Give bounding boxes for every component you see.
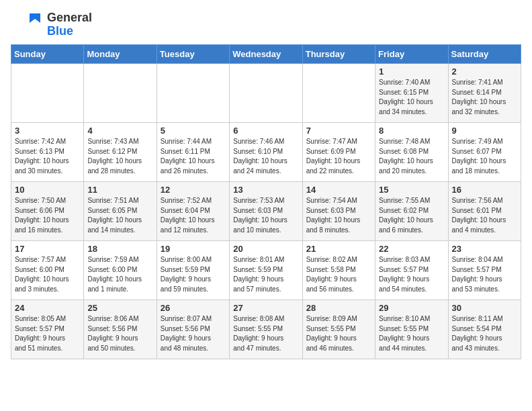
calendar-cell: 29Sunrise: 8:10 AM Sunset: 5:55 PM Dayli… (375, 300, 448, 359)
calendar-week-row: 24Sunrise: 8:05 AM Sunset: 5:57 PM Dayli… (11, 300, 521, 359)
day-info: Sunrise: 7:48 AM Sunset: 6:08 PM Dayligh… (379, 137, 444, 176)
calendar-week-row: 1Sunrise: 7:40 AM Sunset: 6:15 PM Daylig… (11, 64, 521, 123)
calendar-cell: 3Sunrise: 7:42 AM Sunset: 6:13 PM Daylig… (11, 123, 84, 182)
calendar-cell: 23Sunrise: 8:04 AM Sunset: 5:57 PM Dayli… (448, 241, 521, 300)
calendar-week-row: 3Sunrise: 7:42 AM Sunset: 6:13 PM Daylig… (11, 123, 521, 182)
calendar-cell: 12Sunrise: 7:52 AM Sunset: 6:04 PM Dayli… (157, 182, 229, 241)
weekday-header: Sunday (11, 45, 84, 64)
day-number: 3 (15, 126, 80, 136)
day-number: 2 (452, 66, 517, 77)
day-info: Sunrise: 7:41 AM Sunset: 6:14 PM Dayligh… (452, 78, 517, 117)
calendar-cell: 11Sunrise: 7:51 AM Sunset: 6:05 PM Dayli… (84, 182, 157, 241)
calendar-cell: 22Sunrise: 8:03 AM Sunset: 5:57 PM Dayli… (375, 241, 448, 300)
day-number: 14 (306, 185, 371, 195)
day-number: 15 (379, 185, 444, 195)
day-number: 23 (452, 244, 517, 254)
logo-text: GeneralBlue (47, 11, 92, 38)
day-info: Sunrise: 7:54 AM Sunset: 6:03 PM Dayligh… (306, 196, 371, 235)
calendar-cell: 6Sunrise: 7:46 AM Sunset: 6:10 PM Daylig… (230, 123, 302, 182)
calendar-cell: 9Sunrise: 7:49 AM Sunset: 6:07 PM Daylig… (448, 123, 521, 182)
day-info: Sunrise: 8:08 AM Sunset: 5:55 PM Dayligh… (233, 314, 298, 353)
calendar-cell: 5Sunrise: 7:44 AM Sunset: 6:11 PM Daylig… (157, 123, 229, 182)
calendar-cell (84, 64, 157, 123)
calendar-cell: 18Sunrise: 7:59 AM Sunset: 6:00 PM Dayli… (84, 241, 157, 300)
day-info: Sunrise: 8:02 AM Sunset: 5:58 PM Dayligh… (306, 255, 371, 294)
day-number: 11 (87, 185, 152, 195)
calendar-cell: 2Sunrise: 7:41 AM Sunset: 6:14 PM Daylig… (448, 64, 521, 123)
weekday-header: Saturday (448, 45, 521, 64)
day-number: 22 (379, 244, 444, 254)
calendar-cell: 24Sunrise: 8:05 AM Sunset: 5:57 PM Dayli… (11, 300, 84, 359)
day-number: 9 (452, 126, 517, 136)
logo-svg (11, 11, 44, 39)
calendar-cell: 19Sunrise: 8:00 AM Sunset: 5:59 PM Dayli… (157, 241, 229, 300)
weekday-header-row: SundayMondayTuesdayWednesdayThursdayFrid… (11, 45, 521, 64)
calendar-cell: 14Sunrise: 7:54 AM Sunset: 6:03 PM Dayli… (302, 182, 375, 241)
day-info: Sunrise: 7:53 AM Sunset: 6:03 PM Dayligh… (233, 196, 298, 235)
day-number: 25 (87, 303, 152, 313)
calendar-cell: 27Sunrise: 8:08 AM Sunset: 5:55 PM Dayli… (230, 300, 302, 359)
calendar-cell (11, 64, 84, 123)
calendar-cell: 1Sunrise: 7:40 AM Sunset: 6:15 PM Daylig… (375, 64, 448, 123)
day-number: 5 (161, 126, 226, 136)
calendar-cell: 28Sunrise: 8:09 AM Sunset: 5:55 PM Dayli… (302, 300, 375, 359)
calendar-cell: 8Sunrise: 7:48 AM Sunset: 6:08 PM Daylig… (375, 123, 448, 182)
day-number: 30 (452, 303, 517, 313)
day-number: 29 (379, 303, 444, 313)
calendar-cell: 17Sunrise: 7:57 AM Sunset: 6:00 PM Dayli… (11, 241, 84, 300)
calendar-cell (230, 64, 302, 123)
logo: GeneralBlue (11, 11, 92, 39)
day-number: 18 (87, 244, 152, 254)
calendar-cell (302, 64, 375, 123)
day-number: 4 (87, 126, 152, 136)
day-info: Sunrise: 7:44 AM Sunset: 6:11 PM Dayligh… (161, 137, 226, 176)
day-info: Sunrise: 7:40 AM Sunset: 6:15 PM Dayligh… (379, 78, 444, 117)
day-info: Sunrise: 8:09 AM Sunset: 5:55 PM Dayligh… (306, 314, 371, 353)
calendar-cell: 4Sunrise: 7:43 AM Sunset: 6:12 PM Daylig… (84, 123, 157, 182)
day-info: Sunrise: 7:42 AM Sunset: 6:13 PM Dayligh… (15, 137, 80, 176)
day-info: Sunrise: 8:03 AM Sunset: 5:57 PM Dayligh… (379, 255, 444, 294)
day-number: 12 (161, 185, 226, 195)
day-info: Sunrise: 7:55 AM Sunset: 6:02 PM Dayligh… (379, 196, 444, 235)
day-info: Sunrise: 8:11 AM Sunset: 5:54 PM Dayligh… (452, 314, 517, 353)
day-info: Sunrise: 8:00 AM Sunset: 5:59 PM Dayligh… (161, 255, 226, 294)
day-info: Sunrise: 8:10 AM Sunset: 5:55 PM Dayligh… (379, 314, 444, 353)
day-number: 28 (306, 303, 371, 313)
calendar-week-row: 10Sunrise: 7:50 AM Sunset: 6:06 PM Dayli… (11, 182, 521, 241)
day-info: Sunrise: 8:07 AM Sunset: 5:56 PM Dayligh… (161, 314, 226, 353)
day-number: 27 (233, 303, 298, 313)
calendar-cell: 20Sunrise: 8:01 AM Sunset: 5:59 PM Dayli… (230, 241, 302, 300)
day-number: 8 (379, 126, 444, 136)
day-number: 7 (306, 126, 371, 136)
day-info: Sunrise: 7:47 AM Sunset: 6:09 PM Dayligh… (306, 137, 371, 176)
calendar-cell: 15Sunrise: 7:55 AM Sunset: 6:02 PM Dayli… (375, 182, 448, 241)
day-number: 20 (233, 244, 298, 254)
day-number: 26 (161, 303, 226, 313)
day-info: Sunrise: 7:51 AM Sunset: 6:05 PM Dayligh… (87, 196, 152, 235)
day-info: Sunrise: 8:06 AM Sunset: 5:56 PM Dayligh… (87, 314, 152, 353)
weekday-header: Monday (84, 45, 157, 64)
day-number: 19 (161, 244, 226, 254)
day-info: Sunrise: 7:57 AM Sunset: 6:00 PM Dayligh… (15, 255, 80, 294)
calendar-cell: 13Sunrise: 7:53 AM Sunset: 6:03 PM Dayli… (230, 182, 302, 241)
day-number: 10 (15, 185, 80, 195)
day-info: Sunrise: 8:01 AM Sunset: 5:59 PM Dayligh… (233, 255, 298, 294)
calendar-cell: 25Sunrise: 8:06 AM Sunset: 5:56 PM Dayli… (84, 300, 157, 359)
day-info: Sunrise: 7:49 AM Sunset: 6:07 PM Dayligh… (452, 137, 517, 176)
day-info: Sunrise: 7:52 AM Sunset: 6:04 PM Dayligh… (161, 196, 226, 235)
day-info: Sunrise: 8:04 AM Sunset: 5:57 PM Dayligh… (452, 255, 517, 294)
day-number: 13 (233, 185, 298, 195)
day-number: 1 (379, 66, 444, 77)
calendar-table: SundayMondayTuesdayWednesdayThursdayFrid… (11, 44, 521, 359)
calendar-week-row: 17Sunrise: 7:57 AM Sunset: 6:00 PM Dayli… (11, 241, 521, 300)
day-info: Sunrise: 8:05 AM Sunset: 5:57 PM Dayligh… (15, 314, 80, 353)
day-number: 6 (233, 126, 298, 136)
calendar-cell (157, 64, 229, 123)
calendar-cell: 16Sunrise: 7:56 AM Sunset: 6:01 PM Dayli… (448, 182, 521, 241)
calendar-cell: 21Sunrise: 8:02 AM Sunset: 5:58 PM Dayli… (302, 241, 375, 300)
day-number: 16 (452, 185, 517, 195)
calendar-cell: 26Sunrise: 8:07 AM Sunset: 5:56 PM Dayli… (157, 300, 229, 359)
weekday-header: Friday (375, 45, 448, 64)
day-info: Sunrise: 7:59 AM Sunset: 6:00 PM Dayligh… (87, 255, 152, 294)
weekday-header: Tuesday (157, 45, 229, 64)
